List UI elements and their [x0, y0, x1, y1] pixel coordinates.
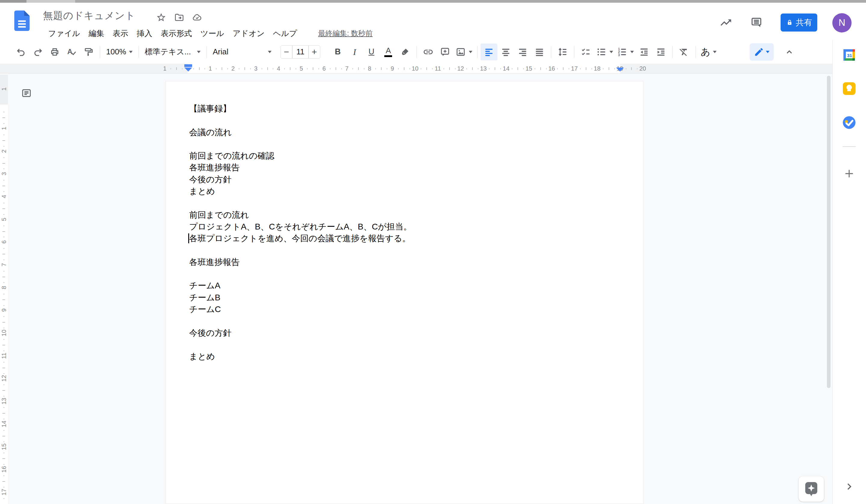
doc-line-6[interactable]: 今後の方針 — [189, 174, 620, 185]
google-docs-logo-icon[interactable] — [14, 11, 30, 31]
decrease-indent-button[interactable] — [636, 44, 653, 60]
line-spacing-button[interactable] — [554, 44, 571, 60]
bullet-list-button[interactable] — [594, 44, 615, 60]
last-edit-link[interactable]: 最終編集: 数秒前 — [318, 27, 373, 39]
menu-item-1[interactable]: 編集 — [84, 27, 108, 39]
doc-line-17[interactable]: チームC — [189, 303, 620, 315]
doc-line-0[interactable]: 【議事録】 — [189, 103, 620, 114]
doc-line-5[interactable]: 各班進捗報告 — [189, 162, 620, 173]
doc-line-18[interactable] — [189, 315, 620, 327]
cloud-check-icon — [192, 12, 202, 23]
open-comments-button[interactable] — [748, 14, 765, 31]
vruler-label: 15 — [1, 443, 8, 450]
numbered-list-button[interactable]: 1 2 3 — [615, 44, 636, 60]
star-button[interactable] — [155, 11, 167, 24]
font-size-value[interactable]: 11 — [292, 45, 309, 59]
spellcheck-button[interactable]: A — [63, 44, 80, 60]
doc-line-8[interactable] — [189, 197, 620, 209]
doc-line-15[interactable]: チームA — [189, 279, 620, 291]
get-addons-button[interactable] — [842, 166, 857, 181]
doc-line-13[interactable]: 各班進捗報告 — [189, 256, 620, 268]
vertical-scrollbar[interactable] — [827, 76, 831, 388]
ruler-tick — [444, 68, 444, 69]
highlight-color-button[interactable] — [397, 44, 413, 60]
clear-formatting-button[interactable] — [676, 44, 692, 60]
account-avatar[interactable]: N — [832, 13, 852, 32]
justify-button[interactable] — [531, 44, 548, 60]
keep-app-button[interactable] — [842, 81, 857, 96]
text-color-button[interactable]: A — [380, 44, 397, 60]
doc-line-14[interactable] — [189, 268, 620, 279]
doc-line-21[interactable]: まとめ — [189, 351, 620, 362]
checklist-button[interactable] — [577, 44, 594, 60]
menu-item-2[interactable]: 表示 — [108, 27, 132, 39]
italic-button[interactable]: I — [346, 44, 363, 60]
paragraph-style-select[interactable]: 標準テキス... — [142, 44, 203, 60]
increase-indent-button[interactable] — [653, 44, 669, 60]
doc-line-20[interactable] — [189, 339, 620, 351]
calendar-app-button[interactable]: 31 — [842, 47, 857, 62]
chevron-down-icon — [197, 51, 201, 53]
insert-image-button[interactable] — [454, 44, 474, 60]
doc-line-3[interactable] — [189, 138, 620, 150]
align-right-button[interactable] — [514, 44, 531, 60]
document-text[interactable]: 【議事録】会議の流れ前回までの流れの確認各班進捗報告今後の方針まとめ前回までの流… — [166, 81, 643, 363]
left-indent-triangle[interactable] — [184, 68, 192, 71]
editing-mode-button[interactable] — [750, 43, 774, 61]
doc-line-1[interactable] — [189, 114, 620, 126]
zoom-select[interactable]: 100% — [103, 44, 136, 60]
ruler-tick — [2, 413, 5, 414]
redo-button[interactable] — [30, 44, 46, 60]
add-comment-button[interactable] — [436, 44, 454, 60]
document-title[interactable]: 無題のドキュメント — [43, 9, 135, 23]
doc-line-16[interactable]: チームB — [189, 291, 620, 303]
underline-button[interactable]: U — [363, 44, 380, 60]
doc-line-7[interactable]: まとめ — [189, 185, 620, 197]
doc-line-10[interactable]: プロジェクトA、B、CをそれぞれチームA、B、Cが担当。 — [189, 221, 620, 232]
collapse-toolbar-button[interactable] — [781, 44, 798, 60]
doc-line-2[interactable]: 会議の流れ — [189, 126, 620, 138]
move-to-folder-button[interactable] — [173, 11, 186, 24]
doc-line-12[interactable] — [189, 244, 620, 256]
right-indent-marker[interactable] — [616, 68, 624, 71]
document-stats-button[interactable] — [718, 14, 734, 31]
menu-item-3[interactable]: 挿入 — [132, 27, 156, 39]
align-center-button[interactable] — [497, 44, 514, 60]
undo-button[interactable] — [13, 44, 30, 60]
vruler-label: 2 — [1, 147, 8, 155]
ruler-tick — [609, 67, 609, 70]
menu-item-5[interactable]: ツール — [196, 27, 228, 39]
cloud-status-button[interactable] — [191, 11, 203, 24]
increase-font-size-button[interactable]: + — [308, 45, 320, 59]
input-tools-label: あ — [701, 46, 710, 58]
doc-line-19[interactable]: 今後の方針 — [189, 327, 620, 339]
menu-item-7[interactable]: ヘルプ — [269, 27, 301, 39]
share-button[interactable]: 共有 — [781, 13, 817, 32]
hruler-label: 17 — [571, 65, 578, 72]
checklist-icon — [580, 47, 591, 57]
doc-line-4[interactable]: 前回までの流れの確認 — [189, 150, 620, 162]
menu-item-4[interactable]: 表示形式 — [156, 27, 196, 39]
insert-link-button[interactable] — [420, 44, 436, 60]
hide-side-panel-button[interactable] — [842, 479, 857, 494]
toolbar: A 100% 標準テキス... Arial − 11 + B I U — [0, 40, 832, 64]
font-select[interactable]: Arial — [210, 44, 275, 60]
decrease-font-size-button[interactable]: − — [280, 45, 292, 59]
input-tools-button[interactable]: あ — [699, 44, 718, 60]
menu-item-6[interactable]: アドオン — [229, 27, 269, 39]
horizontal-ruler[interactable]: 11234567891011121314151617181920 — [0, 64, 832, 73]
align-center-icon — [500, 47, 511, 57]
menu-item-0[interactable]: ファイル — [44, 27, 84, 39]
doc-line-11[interactable]: 各班プロジェクトを進め、今回の会議で進捗を報告する。 — [189, 232, 620, 244]
first-line-indent-marker[interactable] — [184, 64, 192, 67]
chevron-up-icon — [784, 47, 795, 57]
tasks-app-button[interactable] — [842, 115, 857, 130]
show-outline-button[interactable] — [21, 87, 32, 99]
doc-line-9[interactable]: 前回までの流れ — [189, 209, 620, 221]
bold-button[interactable]: B — [329, 44, 346, 60]
align-left-button[interactable] — [480, 44, 497, 60]
document-page[interactable]: 【議事録】会議の流れ前回までの流れの確認各班進捗報告今後の方針まとめ前回までの流… — [166, 81, 643, 504]
paint-format-button[interactable] — [80, 44, 97, 60]
explore-button[interactable] — [799, 477, 824, 502]
print-button[interactable] — [46, 44, 63, 60]
